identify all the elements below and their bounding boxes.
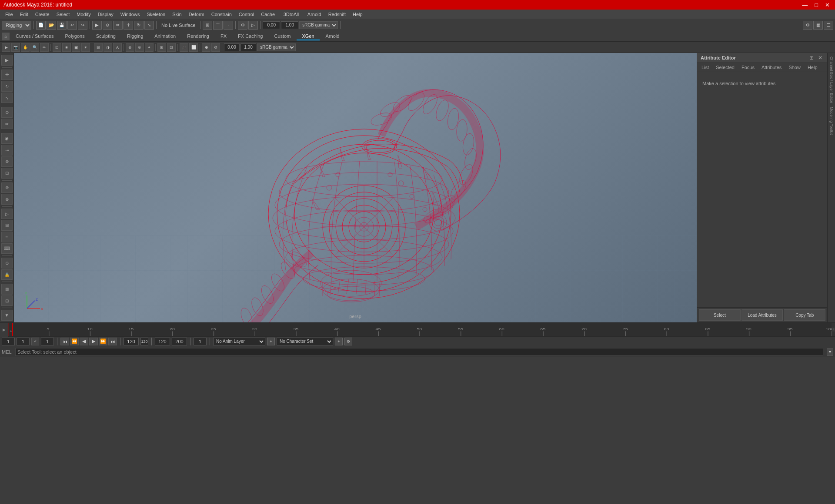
play-fwd-btn[interactable]: ▶ xyxy=(89,338,98,345)
paint-btn[interactable]: ✏ xyxy=(113,21,123,30)
timeline-scroll[interactable]: ⋮ xyxy=(832,328,835,332)
move-tool-btn[interactable]: ✛ xyxy=(1,70,13,80)
timeline-ruler[interactable]: 1 5 10 15 20 25 30 35 40 xyxy=(8,323,832,336)
vt-ortho-btn[interactable]: ⬜ xyxy=(189,43,198,52)
menu-select[interactable]: Select xyxy=(53,11,73,18)
close-button[interactable]: ✕ xyxy=(823,2,832,8)
vt-far-input[interactable] xyxy=(240,43,256,51)
misc-btn1[interactable]: ⊠ xyxy=(1,284,13,295)
menu-3dtoall[interactable]: -3DtoAll- xyxy=(278,11,304,18)
tab-animation[interactable]: Animation xyxy=(149,33,181,40)
menu-file[interactable]: File xyxy=(2,11,17,18)
vt-shadow-btn[interactable]: ◑ xyxy=(104,43,112,52)
play-back-btn[interactable]: ◀ xyxy=(80,338,88,345)
mode-dropdown[interactable]: Rigging xyxy=(2,21,31,30)
vt-camera-btn[interactable]: 📷 xyxy=(11,43,20,52)
range-start-input[interactable] xyxy=(2,338,15,345)
minimize-button[interactable]: — xyxy=(800,2,809,8)
channel-btn[interactable]: ≡ xyxy=(1,232,13,242)
menu-redshift[interactable]: Redshift xyxy=(325,11,349,18)
vt-show-all-btn[interactable]: ⊕ xyxy=(126,43,134,52)
go-end-btn[interactable]: ⏭ xyxy=(108,338,117,345)
menu-windows[interactable]: Windows xyxy=(117,11,144,18)
vt-light-btn[interactable]: ☀ xyxy=(81,43,90,52)
cmd-history-btn[interactable]: ▾ xyxy=(827,348,833,356)
move-btn[interactable]: ✛ xyxy=(124,21,133,30)
attr-tab-show[interactable]: Show xyxy=(786,64,803,71)
step-fwd-btn[interactable]: ⏩ xyxy=(99,338,107,345)
vt-xray-btn[interactable]: ✦ xyxy=(145,43,154,52)
attr-tab-list[interactable]: List xyxy=(699,64,711,71)
attr-tab-help[interactable]: Help xyxy=(805,64,820,71)
gamma-input2[interactable] xyxy=(281,21,298,29)
save-btn[interactable]: 💾 xyxy=(57,21,67,30)
snap-btn[interactable]: ⊙ xyxy=(1,258,13,269)
tab-curves-surfaces[interactable]: Curves / Surfaces xyxy=(10,33,59,40)
attr-tab-selected[interactable]: Selected xyxy=(713,64,737,71)
pref-btn[interactable]: ⚙ xyxy=(803,21,812,30)
render-settings-btn[interactable]: ⚙ xyxy=(238,21,247,30)
select-button[interactable]: Select xyxy=(699,309,741,321)
attr-tab-attributes[interactable]: Attributes xyxy=(759,64,784,71)
anim-layer-btn1[interactable]: + xyxy=(267,338,275,345)
char-set-btn1[interactable]: + xyxy=(335,338,343,345)
frame-input[interactable] xyxy=(41,338,54,345)
menu-deform[interactable]: Deform xyxy=(185,11,208,18)
menu-constrain[interactable]: Constrain xyxy=(208,11,235,18)
vt-brush-btn[interactable]: ✏ xyxy=(40,43,49,52)
attr-float-btn[interactable]: ⊞ xyxy=(808,55,815,61)
joint-btn[interactable]: ◉ xyxy=(1,133,13,144)
anim-layer-dropdown[interactable]: No Anim Layer xyxy=(213,338,265,345)
tab-fx[interactable]: FX xyxy=(215,33,232,40)
vt-hud-btn[interactable]: ⊡ xyxy=(167,43,176,52)
tab-home[interactable]: ⌂ xyxy=(2,33,10,40)
vt-texture-btn[interactable]: ▣ xyxy=(72,43,80,52)
playback-start-input[interactable] xyxy=(155,338,170,345)
menu-arnold[interactable]: Arnold xyxy=(304,11,325,18)
vt-near-input[interactable] xyxy=(224,43,240,51)
weight-btn[interactable]: ⊡ xyxy=(1,168,13,179)
char-set-btn2[interactable]: ⚙ xyxy=(344,338,352,345)
vt-zoom-btn[interactable]: 🔍 xyxy=(30,43,39,52)
menu-modify[interactable]: Modify xyxy=(73,11,94,18)
menu-display[interactable]: Display xyxy=(94,11,117,18)
menu-create[interactable]: Create xyxy=(32,11,53,18)
tab-xgen[interactable]: XGen xyxy=(297,33,319,40)
menu-edit[interactable]: Edit xyxy=(17,11,32,18)
layout-btn[interactable]: ▦ xyxy=(813,21,823,30)
bind-btn[interactable]: ⊗ xyxy=(1,156,13,167)
vt-wireframe-btn[interactable]: ⊡ xyxy=(53,43,61,52)
attr-tab-focus[interactable]: Focus xyxy=(739,64,757,71)
copy-tab-button[interactable]: Copy Tab xyxy=(784,309,825,321)
select-tool-btn[interactable]: ▶ xyxy=(92,21,102,30)
playback-end-input[interactable] xyxy=(172,338,187,345)
rotate-btn[interactable]: ↻ xyxy=(134,21,144,30)
go-start-btn[interactable]: ⏮ xyxy=(60,338,69,345)
tab-sculpting[interactable]: Sculpting xyxy=(91,33,121,40)
snap-point-btn[interactable]: · xyxy=(224,21,233,30)
tab-polygons[interactable]: Polygons xyxy=(60,33,90,40)
menu-cache[interactable]: Cache xyxy=(257,11,278,18)
vt-grid-btn[interactable]: ⊞ xyxy=(94,43,103,52)
vt-aa-btn[interactable]: A xyxy=(113,43,122,52)
rv-modeling-toolkit[interactable]: Modeling Toolkit xyxy=(829,105,834,136)
attr-close-btn[interactable]: ✕ xyxy=(817,55,824,61)
deform-btn[interactable]: ⊚ xyxy=(1,182,13,193)
menu-skeleton[interactable]: Skeleton xyxy=(143,11,169,18)
redo-btn[interactable]: ↪ xyxy=(78,21,87,30)
select-mode-btn[interactable]: ▶ xyxy=(1,55,13,66)
vt-panels-btn[interactable]: ⊞ xyxy=(157,43,166,52)
scale-tool-btn[interactable]: ⤡ xyxy=(1,93,13,103)
vt-settings-btn[interactable]: ⚙ xyxy=(211,43,220,52)
range-end-input[interactable] xyxy=(124,338,139,345)
paint-select-btn[interactable]: ✏ xyxy=(1,119,13,129)
script-btn[interactable]: ⌨ xyxy=(1,243,13,254)
cmd-input-area[interactable]: Select Tool: select an object xyxy=(15,348,823,356)
playback-speed-input[interactable] xyxy=(194,338,207,345)
vt-color-dropdown[interactable]: sRGB gamma xyxy=(257,43,296,51)
lock-btn[interactable]: 🔒 xyxy=(1,269,13,280)
tab-rigging[interactable]: Rigging xyxy=(122,33,148,40)
view-btn[interactable]: ☰ xyxy=(824,21,833,30)
open-btn[interactable]: 📂 xyxy=(47,21,56,30)
step-back-btn[interactable]: ⏪ xyxy=(70,338,79,345)
